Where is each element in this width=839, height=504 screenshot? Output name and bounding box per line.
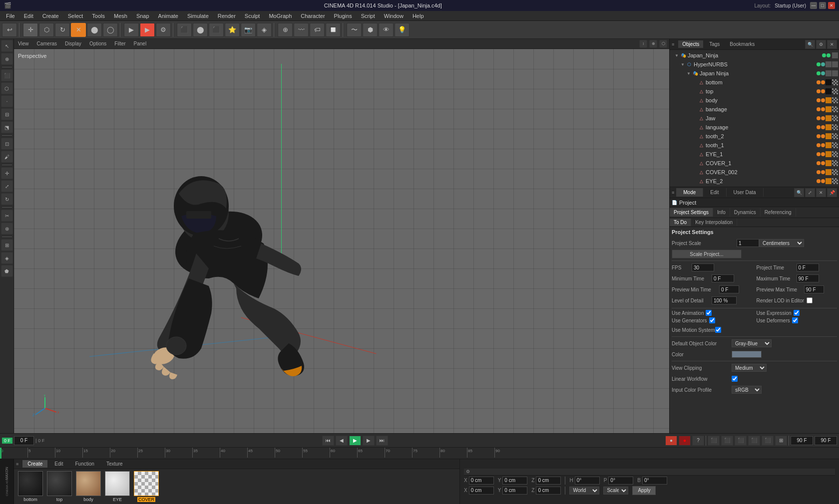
tool-knife[interactable]: ✂	[1, 210, 13, 222]
toolbar-render-settings[interactable]: ⚙	[156, 23, 171, 37]
vp-tab-view[interactable]: View	[16, 40, 31, 47]
toolbar-vr[interactable]: 👁	[379, 23, 394, 37]
menu-mograph[interactable]: MoGraph	[265, 12, 296, 20]
tree-dot-visibility[interactable]	[822, 53, 826, 57]
toolbar-light[interactable]: ⭐	[225, 23, 240, 37]
props-expand-icon[interactable]: ⤢	[805, 188, 815, 197]
min-time-input[interactable]	[712, 274, 734, 282]
tool-sculpt[interactable]: ⬟	[1, 265, 13, 277]
h-input[interactable]	[575, 477, 600, 485]
menu-tools[interactable]: Tools	[88, 12, 109, 20]
props-tab-mode[interactable]: Mode	[676, 188, 703, 197]
timeline-ruler[interactable]: 0 5 10 15 20 25 30 35 40 45 50 55 60 65 …	[0, 447, 839, 459]
mat-tab-texture[interactable]: Texture	[101, 460, 128, 468]
toolbar-cube[interactable]: ⬛	[177, 23, 192, 37]
tree-item-tooth2[interactable]: ▶ △ tooth_2	[670, 132, 839, 141]
menu-file[interactable]: File	[2, 12, 19, 20]
fps-input[interactable]	[692, 263, 714, 271]
props-main-tab-settings[interactable]: Project Settings	[670, 208, 713, 217]
project-time-input[interactable]	[797, 263, 819, 271]
tree-item-top[interactable]: ▶ △ top	[670, 87, 839, 96]
go-end-button[interactable]: ⏭	[376, 436, 388, 446]
tree-dot-hn-vis[interactable]	[817, 62, 821, 66]
use-motion-checkbox[interactable]	[715, 327, 721, 333]
props-scale-input[interactable]	[737, 239, 759, 247]
mat-item-bottom[interactable]: bottom	[18, 471, 43, 502]
toolbar-render-region[interactable]: ▶	[124, 23, 139, 37]
toolbar-select2[interactable]: ◯	[103, 23, 118, 37]
color-swatch[interactable]	[732, 351, 762, 358]
z2-input[interactable]	[536, 487, 561, 495]
tree-item-bottom[interactable]: ▶ △ bottom	[670, 78, 839, 87]
props-main-tab-dynamics[interactable]: Dynamics	[730, 208, 761, 217]
timeline-end-frame2[interactable]	[815, 436, 837, 445]
menu-render[interactable]: Render	[214, 12, 240, 20]
objects-close-icon[interactable]: ✕	[827, 40, 837, 49]
next-frame-button[interactable]: ▶	[363, 436, 375, 446]
x-input[interactable]	[469, 477, 494, 485]
menu-character[interactable]: Character	[297, 12, 329, 20]
vp-tab-filter[interactable]: Filter	[112, 40, 127, 47]
minimize-button[interactable]: —	[810, 2, 817, 9]
vp-tab-cameras[interactable]: Cameras	[35, 40, 59, 47]
menu-sculpt[interactable]: Sculpt	[241, 12, 264, 20]
x2-input[interactable]	[469, 487, 494, 495]
coord-system-select[interactable]: World	[569, 487, 599, 495]
obj-color-select[interactable]: Gray-Blue	[732, 339, 772, 347]
toolbar-move[interactable]: ✛	[23, 23, 38, 37]
use-deformers-checkbox[interactable]	[792, 317, 798, 323]
mat-item-eye[interactable]: EYE	[105, 471, 130, 502]
viewport[interactable]: Perspective	[14, 49, 669, 433]
toolbar-undo[interactable]: ↩	[2, 23, 17, 37]
tree-item-japan-ninja-root[interactable]: ▼ 🎭 Japan_Ninja	[670, 51, 839, 60]
timeline-key3[interactable]: ⬛	[735, 436, 747, 446]
record-auto[interactable]: ●	[679, 436, 691, 446]
props-tab-userdata[interactable]: User Data	[727, 188, 764, 197]
maximize-button[interactable]: □	[819, 2, 826, 9]
toolbar-deformer[interactable]: 〰	[294, 23, 309, 37]
mat-tab-create[interactable]: Create	[22, 460, 47, 468]
tool-symmetry[interactable]: ⊞	[1, 239, 13, 251]
props-scale-unit[interactable]: Centimeters	[759, 239, 804, 247]
prev-frame-button[interactable]: ◀	[336, 436, 348, 446]
tree-arrow-ninja[interactable]: ▼	[686, 71, 692, 76]
props-search-icon[interactable]: 🔍	[794, 188, 804, 197]
tool-object[interactable]: ⬡	[1, 82, 13, 94]
tool-rotate[interactable]: ↻	[1, 193, 13, 205]
tool-edges[interactable]: ⊟	[1, 108, 13, 120]
menu-select[interactable]: Select	[64, 12, 87, 20]
toolbar-material[interactable]: ◈	[257, 23, 272, 37]
menu-plugins[interactable]: Plugins	[330, 12, 356, 20]
p-input[interactable]	[608, 477, 633, 485]
vp-tab-display[interactable]: Display	[63, 40, 83, 47]
y2-input[interactable]	[502, 487, 527, 495]
tool-cube[interactable]: ⬛	[1, 69, 13, 81]
use-generators-checkbox[interactable]	[709, 317, 715, 323]
props-main-tab-referencing[interactable]: Referencing	[761, 208, 796, 217]
toolbar-snap[interactable]: 🔲	[326, 23, 341, 37]
use-expression-checkbox[interactable]	[794, 310, 800, 316]
menu-script[interactable]: Script	[357, 12, 379, 20]
vp-tab-panel[interactable]: Panel	[132, 40, 149, 47]
tree-item-hypernurbs[interactable]: ▼ ⬡ HyperNURBS	[670, 60, 839, 69]
tree-item-cover1[interactable]: ▶ △ COVER_1	[670, 159, 839, 168]
vp-icon2[interactable]: ⊕	[649, 40, 657, 48]
toolbar-lamp[interactable]: 💡	[395, 23, 410, 37]
mat-tab-edit[interactable]: Edit	[49, 460, 68, 468]
timeline-key1[interactable]: ⬛	[708, 436, 720, 446]
panel-tab-bookmarks[interactable]: Bookmarks	[726, 40, 759, 48]
tool-magnet[interactable]: ⊛	[1, 223, 13, 235]
mat-item-top[interactable]: top	[47, 471, 72, 502]
apply-button[interactable]: Apply	[632, 486, 656, 495]
mat-item-cover[interactable]: COVER	[134, 471, 159, 502]
timeline-key5[interactable]: ⬛	[762, 436, 774, 446]
vp-icon3[interactable]: ⬡	[659, 40, 667, 48]
preview-min-input[interactable]	[719, 285, 739, 293]
toolbar-select1[interactable]: ⬤	[87, 23, 102, 37]
go-start-button[interactable]: ⏮	[322, 436, 334, 446]
tool-scale[interactable]: ⤢	[1, 180, 13, 192]
menu-mesh[interactable]: Mesh	[110, 12, 131, 20]
toolbar-cylinder[interactable]: ⬛	[209, 23, 224, 37]
play-button[interactable]: ▶	[349, 436, 361, 446]
toolbar-spline[interactable]: 〜	[347, 23, 362, 37]
